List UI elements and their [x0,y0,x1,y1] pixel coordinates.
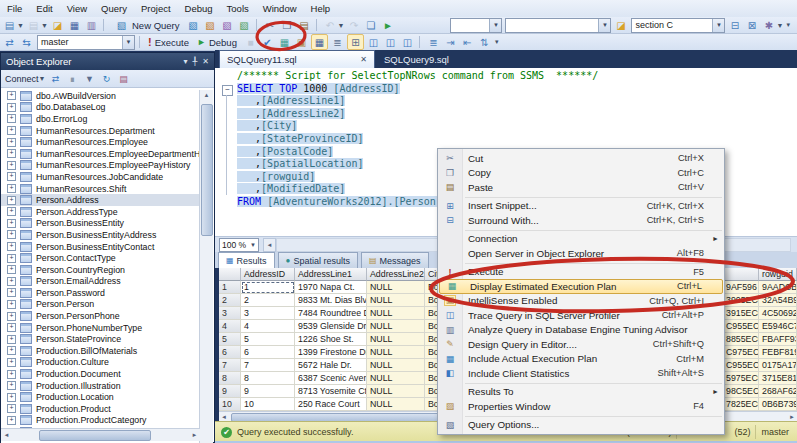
menu-help[interactable]: Help [304,2,338,15]
tree-item[interactable]: +HumanResources.Shift [1,183,200,195]
results-tab-spatial-results[interactable]: ●Spatial results [278,252,358,268]
tree-item[interactable]: +dbo.ErrorLog [1,113,200,125]
tree-item[interactable]: +Production.Culture [1,357,200,369]
outline-icon[interactable]: ≣ [426,35,441,49]
expand-plus-icon[interactable]: + [7,184,16,193]
menu-project[interactable]: Project [134,2,178,15]
expand-plus-icon[interactable]: + [7,265,16,274]
toolbar-overflow-icon[interactable]: ▾ [492,38,502,46]
editor-scroll-left-icon[interactable]: ◄ [263,238,276,252]
menu-item-query-options[interactable]: ▧Query Options... [438,418,724,433]
combo-empty-2[interactable]: ▼ [505,18,611,33]
connect-icon[interactable]: ⇄ [2,35,17,49]
float-icon[interactable]: ⊠ [744,18,759,32]
results-to-grid-icon[interactable]: ⊞ [347,34,364,50]
menu-item-surround-with[interactable]: ⊟Surround With...Ctrl+K, Ctrl+S [438,213,724,228]
menu-view[interactable]: View [60,2,94,15]
dmx-query-icon[interactable]: ▧ [220,18,235,32]
menu-item-insert-snippet[interactable]: ⊞Insert Snippet...Ctrl+K, Ctrl+X [438,199,724,214]
menu-item-execute[interactable]: !ExecuteF5 [438,265,724,280]
expand-plus-icon[interactable]: + [7,103,16,112]
expand-plus-icon[interactable]: + [7,358,16,367]
scrollbar-thumb[interactable] [201,104,213,236]
database-combo[interactable]: master▼ [37,35,135,50]
menu-item-include-actual-execution-plan[interactable]: ▦Include Actual Execution PlanCtrl+M [438,352,724,367]
tree-item[interactable]: +HumanResources.Employee [1,136,200,148]
connect-dropdown-icon[interactable]: ▼ [39,75,46,82]
display-estimated-plan-icon[interactable]: ▦ [277,35,292,49]
stop-icon[interactable]: ∎ [66,74,80,84]
tree-item[interactable]: +Production.BillOfMaterials [1,345,200,357]
tree-item[interactable]: +Person.BusinessEntityContact [1,241,200,253]
zoom-select[interactable]: 100 % ▼ [219,238,259,252]
expand-plus-icon[interactable]: + [7,230,16,239]
menu-item-results-to[interactable]: Results To► [438,385,724,400]
expand-plus-icon[interactable]: + [7,381,16,390]
expand-plus-icon[interactable]: + [7,370,16,379]
parse-icon[interactable]: ✔ [260,35,275,49]
open-folder-icon[interactable]: ◪ [50,18,65,32]
results-tab-messages[interactable]: ▤Messages [361,252,429,268]
menu-query[interactable]: Query [94,2,134,15]
expand-plus-icon[interactable]: + [7,335,16,344]
menu-item-trace-query-in-sql-server-profiler[interactable]: ◫Trace Query in SQL Server ProfilerCtrl+… [438,308,724,323]
tree-item[interactable]: +Production.Document [1,368,200,380]
expand-plus-icon[interactable]: + [7,242,16,251]
expand-plus-icon[interactable]: + [7,300,16,309]
cancel-query-icon[interactable]: ■ [243,35,258,49]
expand-plus-icon[interactable]: + [7,196,16,205]
expand-plus-icon[interactable]: + [7,126,16,135]
tree-item[interactable]: +Person.BusinessEntityAddress [1,229,200,241]
database-engine-query-icon[interactable]: ▧ [186,18,201,32]
expand-plus-icon[interactable]: + [7,114,16,123]
tree-item[interactable]: +Production.Location [1,391,200,403]
tree-item[interactable]: +Production.ProductCategory [1,415,200,427]
undo-icon-dropdown[interactable]: ▼ [338,22,345,29]
menu-item-open-server-in-object-explorer[interactable]: Open Server in Object ExplorerAlt+F8 [438,246,724,261]
execute-button[interactable]: !Execute [144,35,193,49]
close-icon[interactable]: ✕ [202,57,209,66]
copy-icon[interactable]: ❐ [280,18,295,32]
scrollbar-thumb[interactable] [39,430,151,441]
combo-empty-1[interactable]: ▼ [450,18,502,33]
menu-item-cut[interactable]: ✂CutCtrl+X [438,151,724,166]
tree-item[interactable]: +Person.ContactType [1,252,200,264]
indent-icon[interactable]: ⇥ [443,35,458,49]
expand-plus-icon[interactable]: + [7,138,16,147]
open-item-icon[interactable]: ▤ [26,18,41,32]
window-icon[interactable]: ❏ [364,18,379,32]
expand-plus-icon[interactable]: + [7,312,16,321]
expand-plus-icon[interactable]: + [7,277,16,286]
tree-item[interactable]: +dbo.DatabaseLog [1,102,200,114]
results-to-file-icon[interactable]: ▦ [311,34,328,50]
new-item-icon[interactable]: ▤ [2,18,17,32]
expand-plus-icon[interactable]: + [7,207,16,216]
toolbar-overflow-icon[interactable]: ▾ [783,21,793,29]
tree-item[interactable]: +Production.Product [1,403,200,415]
new-query-button[interactable]: ▧New Query [108,18,184,32]
menu-tools[interactable]: Tools [220,2,256,15]
change-connection-icon[interactable]: ⇆ [19,35,34,49]
menu-item-connection[interactable]: Connection► [438,232,724,247]
tree-item[interactable]: +Person.StateProvince [1,333,200,345]
tree-item[interactable]: +Person.AddressType [1,206,200,218]
window-position-icon[interactable]: ▾ [183,57,187,66]
tree-item[interactable]: +Person.PhoneNumberType [1,322,200,334]
expand-plus-icon[interactable]: + [7,91,16,100]
expand-plus-icon[interactable]: + [7,288,16,297]
tree-item[interactable]: +Person.BusinessEntity [1,218,200,230]
menu-item-design-query-in-editor[interactable]: ✎Design Query in Editor....Ctrl+Shift+Q [438,337,724,352]
expand-plus-icon[interactable]: + [7,161,16,170]
document-tab[interactable]: SQLQuery9.sql [377,51,456,68]
expand-plus-icon[interactable]: + [7,404,16,413]
save-icon[interactable]: ▦ [67,18,82,32]
chevron-down-icon[interactable]: ▼ [489,19,501,32]
code-fold-icon[interactable]: − [222,85,233,96]
menu-item-properties-window[interactable]: ▨Properties WindowF4 [438,399,724,414]
paste-icon[interactable]: ▤ [297,18,312,32]
results-tab-results[interactable]: ▦Results [218,252,275,268]
expand-plus-icon[interactable]: + [7,149,16,158]
tree-item[interactable]: +HumanResources.JobCandidate [1,171,200,183]
open-folder-icon[interactable]: ◪ [613,18,628,32]
tools-icon[interactable]: ✱ [761,18,776,32]
